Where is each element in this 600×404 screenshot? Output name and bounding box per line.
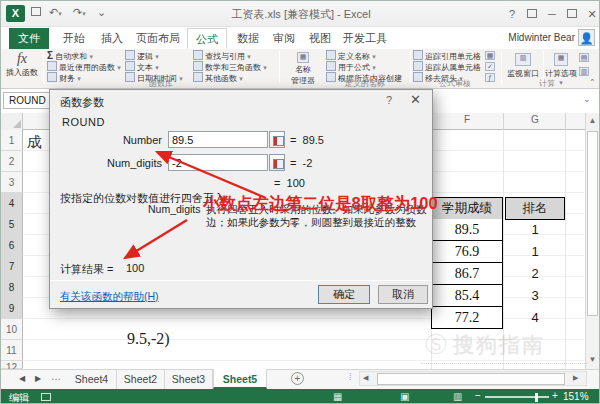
row-header-10[interactable]: 10	[1, 319, 23, 340]
cell-f8[interactable]: 85.4	[431, 285, 503, 307]
tab-review[interactable]: 审阅	[267, 28, 301, 49]
save-icon[interactable]	[31, 6, 41, 18]
collapse-ribbon-icon[interactable]: ⌃	[589, 78, 596, 87]
zoom-slider[interactable]	[485, 396, 549, 398]
zoom-slider-handle[interactable]	[535, 393, 538, 402]
function-help-link[interactable]: 有关该函数的帮助(H)	[60, 290, 159, 304]
sheet-tab-sheet5[interactable]: Sheet5	[213, 369, 267, 389]
redo-icon[interactable]: ↷▾	[73, 6, 86, 19]
cell-f9[interactable]: 77.2	[431, 307, 503, 329]
error-checking-icon[interactable]: ✓	[485, 62, 495, 71]
new-sheet-icon[interactable]: +	[291, 372, 304, 385]
cell-f-header[interactable]: 学期成绩	[431, 197, 503, 220]
name-box[interactable]: ROUND	[3, 92, 55, 109]
sheet-nav-more-icon[interactable]: …	[51, 371, 61, 382]
math-trig-button[interactable]: 数学和三角函数 ▾	[193, 61, 267, 72]
define-name-button[interactable]: 定义名称 ▾	[326, 50, 376, 61]
name-manager-button[interactable]: ▦ 名称 管理器	[282, 51, 324, 85]
scroll-right-icon[interactable]: ▶	[573, 374, 578, 382]
cell-f5[interactable]: 89.5	[431, 219, 503, 241]
tab-developer[interactable]: 开发工具	[339, 28, 391, 49]
financial-button[interactable]: 财务 ▾	[47, 72, 81, 83]
formula-bar-expand-icon[interactable]: ⌄	[583, 94, 591, 104]
dialog-close-icon[interactable]: ✕	[410, 92, 421, 107]
zoom-level[interactable]: 151%	[563, 391, 589, 402]
horizontal-scrollbar-thumb[interactable]	[377, 373, 565, 385]
sheet-tab-sheet2[interactable]: Sheet2	[117, 369, 165, 389]
row-header-4[interactable]: 4	[1, 193, 23, 214]
trace-dependents-button[interactable]: 追踪从属单元格	[413, 61, 481, 72]
tab-file[interactable]: 文件	[9, 28, 49, 49]
row-header-6[interactable]: 6	[1, 235, 23, 256]
close-button[interactable]: ✕	[583, 6, 600, 22]
undo-icon[interactable]: ↶▾	[49, 6, 62, 19]
row-header-8[interactable]: 8	[1, 277, 23, 298]
sheet-nav-left-icon[interactable]: ◀	[19, 374, 25, 383]
lookup-reference-button[interactable]: 查找与引用 ▾	[193, 50, 251, 61]
macro-record-icon[interactable]	[41, 393, 51, 401]
zoom-in-icon[interactable]: +	[552, 390, 558, 401]
tab-scrollbar-splitter[interactable]: ⁞	[349, 372, 352, 382]
row-header-3[interactable]: 3	[1, 172, 23, 193]
avatar[interactable]: 👤	[578, 29, 595, 46]
column-header-G[interactable]: G	[505, 114, 565, 125]
zoom-out-icon[interactable]: −	[475, 390, 481, 401]
scroll-down-icon[interactable]: ▼	[585, 353, 600, 367]
cell-g6[interactable]: 1	[505, 241, 565, 263]
column-header-F[interactable]: F	[431, 114, 503, 125]
sheet-nav-right-icon[interactable]: ▶	[35, 374, 41, 383]
number-input[interactable]: 89.5	[168, 131, 268, 148]
dialog-help-icon[interactable]: ?	[386, 94, 392, 106]
calculate-sheet-icon[interactable]: ▥	[579, 67, 589, 76]
help-button[interactable]: ?	[503, 6, 521, 22]
calculate-now-icon[interactable]: ▤	[579, 53, 589, 62]
cell-f7[interactable]: 86.7	[431, 263, 503, 285]
tab-view[interactable]: 视图	[303, 28, 337, 49]
minimize-button[interactable]: ─	[543, 6, 561, 22]
range-picker-icon[interactable]	[269, 131, 285, 148]
tab-formulas[interactable]: 公式	[187, 28, 227, 49]
ribbon-display-options-button[interactable]	[523, 6, 541, 22]
sheet-tab-sheet4[interactable]: Sheet4	[67, 369, 117, 389]
row-header-12[interactable]: 12	[1, 361, 23, 369]
select-all-corner[interactable]	[1, 113, 23, 130]
range-picker-icon[interactable]	[269, 154, 285, 171]
page-layout-view-icon[interactable]: ▣	[400, 391, 409, 402]
text-button[interactable]: 文本 ▾	[125, 61, 159, 72]
logical-button[interactable]: 逻辑 ▾	[125, 50, 159, 61]
sheet-tab-sheet3[interactable]: Sheet3	[165, 369, 213, 389]
cell-g5[interactable]: 1	[505, 219, 565, 241]
row-header-5[interactable]: 5	[1, 214, 23, 235]
page-break-view-icon[interactable]: ▥	[453, 391, 462, 402]
qat-customize-icon[interactable]: ⌄	[97, 6, 106, 19]
account-name[interactable]: Midwinter Bear	[508, 32, 575, 43]
cell-g9[interactable]: 4	[505, 307, 565, 329]
row-header-1[interactable]: 1	[1, 130, 23, 151]
scroll-up-icon[interactable]: ▲	[585, 114, 600, 128]
ok-button[interactable]: 确定	[318, 285, 370, 304]
trace-precedents-button[interactable]: 追踪引用单元格	[413, 50, 481, 61]
editing-cell-formula-text[interactable]: 9.5,-2)	[127, 330, 170, 348]
normal-view-icon[interactable]: ▦	[333, 391, 342, 402]
row-header-7[interactable]: 7	[1, 256, 23, 277]
show-formulas-icon[interactable]: ▦	[485, 51, 495, 60]
num-digits-input[interactable]: -2	[168, 154, 268, 171]
cell-g-header[interactable]: 排名	[505, 197, 565, 220]
tab-insert[interactable]: 插入	[95, 28, 129, 49]
tab-page-layout[interactable]: 页面布局	[131, 28, 185, 49]
autosum-button[interactable]: Σ 自动求和 ▾	[47, 50, 93, 61]
cell-g7[interactable]: 2	[505, 263, 565, 285]
tab-home[interactable]: 开始	[57, 28, 91, 49]
use-in-formula-button[interactable]: 用于公式 ▾	[326, 61, 376, 72]
row-header-11[interactable]: 11	[1, 340, 23, 361]
cell-g8[interactable]: 3	[505, 285, 565, 307]
row-header-2[interactable]: 2	[1, 151, 23, 172]
tab-data[interactable]: 数据	[231, 28, 265, 49]
vertical-scrollbar-thumb[interactable]	[587, 131, 598, 316]
cancel-button[interactable]: 取消	[378, 285, 428, 304]
recent-functions-button[interactable]: 最近使用的函数 ▾	[47, 61, 121, 72]
restore-button[interactable]	[563, 6, 581, 22]
row-header-9[interactable]: 9	[1, 298, 23, 319]
cell-f6[interactable]: 76.9	[431, 241, 503, 263]
scroll-left-icon[interactable]: ◀	[363, 374, 368, 382]
